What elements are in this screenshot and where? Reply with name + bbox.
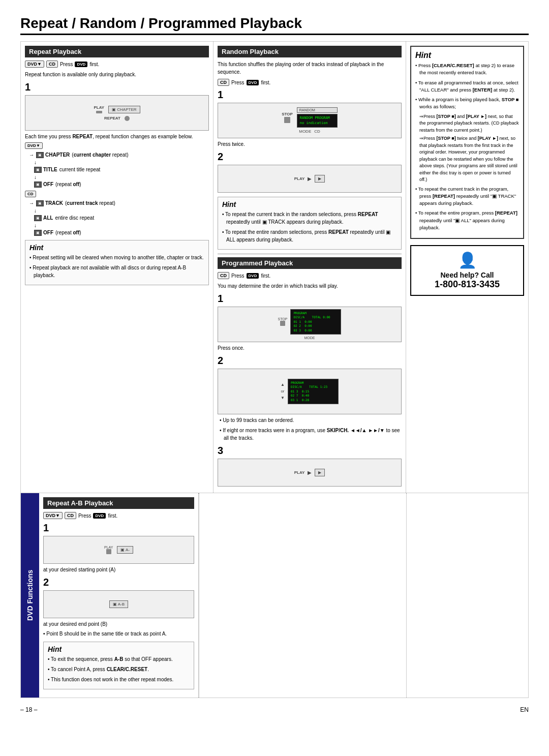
prog-step1-diagram: STOP PROGRAM DISC/A TOTAL 0:00 01 1 0:00… xyxy=(218,307,402,342)
right-hint2: To erase all programmed tracks at once, … xyxy=(415,79,519,94)
prog-press-once: Press once. xyxy=(218,344,402,352)
bottom-mid-fill xyxy=(199,493,406,698)
random-step1: 1 xyxy=(218,89,402,101)
right-hint3b: ⇒Press [STOP ■] twice and [PLAY ►] next,… xyxy=(415,135,519,184)
repeat-ab-device-row: DVD▼ CD Press DVD first. xyxy=(43,512,194,519)
prog-bullets: Up to 99 tracks can be ordered. If eight… xyxy=(218,416,402,442)
bottom-section: DVD Functions Repeat A-B Playback DVD▼ C… xyxy=(20,493,529,698)
need-help-title: Need help? Call xyxy=(416,271,518,279)
ab-note1: • Point B should be in the same title or… xyxy=(43,630,194,638)
repeat-instruction1: Repeat function is available only during… xyxy=(25,71,209,78)
title-label: TITLE xyxy=(43,167,57,172)
repeat-ab-column: Repeat A-B Playback DVD▼ CD Press DVD fi… xyxy=(39,493,199,698)
dvdv-icon-ab: DVD▼ xyxy=(43,512,63,519)
dvdw-icon-small: DVD▼ xyxy=(25,142,43,149)
random-hint-box: Hint To repeat the current track in the … xyxy=(218,197,402,250)
prog-step3: 3 xyxy=(218,445,402,457)
phone-number: 1-800-813-3435 xyxy=(416,279,518,290)
random-programmed-column: Random Playback This function shuffles t… xyxy=(214,42,406,493)
ab-hint2: To cancel Point A, press CLEAR/C.RESET. xyxy=(48,666,190,673)
prog-bullet2: If eight or more tracks were in a progra… xyxy=(220,427,402,442)
repeat-step1-diagram: PLAY ▣ CHAPTER REPEAT xyxy=(25,95,209,131)
prog-first-label: first. xyxy=(261,273,270,279)
repeat-playback-column: Repeat Playback DVD▼ CD Press DVD first.… xyxy=(21,42,214,493)
programmed-device-row: CD Press DVD first. xyxy=(218,272,402,279)
repeat-hint-title: Hint xyxy=(29,244,204,252)
right-column: Hint Press [CLEAR/C.RESET] at step 2) to… xyxy=(406,42,528,493)
repeat-ab-header: Repeat A-B Playback xyxy=(43,497,194,509)
random-step2-diagram: PLAY ▶ ▶ xyxy=(218,165,402,193)
right-hint-content: Press [CLEAR/C.RESET] at step 2) to eras… xyxy=(415,62,519,231)
ab-hint3: This function does not work in the other… xyxy=(48,676,190,683)
random-step1-diagram: STOP RANDOM RANDOM PROGRAMno indication … xyxy=(218,103,402,138)
random-hint1: To repeat the current track in the rando… xyxy=(222,210,397,226)
random-hint-text: To repeat the current track in the rando… xyxy=(222,210,397,244)
off-label1: OFF xyxy=(43,182,53,187)
repeat-playback-header: Repeat Playback xyxy=(25,46,209,57)
cd-icon-small: CD xyxy=(25,191,36,197)
dvd-badge-random: DVD xyxy=(247,80,259,85)
prog-press-label: Press xyxy=(231,273,245,279)
ab-step2: 2 xyxy=(43,577,194,588)
repeat-device-row: DVD▼ CD Press DVD first. xyxy=(25,61,209,68)
dvdv-icon: DVD▼ xyxy=(25,61,44,68)
ab-first-label: first. xyxy=(108,513,117,519)
repeat-hint-box: Hint Repeat setting will be cleared when… xyxy=(25,240,209,285)
cd-icon: CD xyxy=(46,61,58,68)
off-desc2: (repeat off) xyxy=(55,230,81,235)
title-desc: current title repeat xyxy=(59,167,101,172)
press-twice: Press twice. xyxy=(218,140,402,148)
off-badge2: ▣ xyxy=(34,230,42,236)
track-badge: ▣ xyxy=(36,200,44,206)
cd-icon-random: CD xyxy=(218,79,229,86)
right-hint5: To repeat the entire program, press [REP… xyxy=(415,209,519,231)
prog-bullet1: Up to 99 tracks can be ordered. xyxy=(220,416,402,424)
repeat-step1: 1 xyxy=(25,81,209,93)
dvd-badge-ab: DVD xyxy=(93,513,106,519)
random-description: This function shuffles the playing order… xyxy=(218,61,402,76)
programmed-description: You may determine the order in which tra… xyxy=(218,282,402,290)
ab-step2-diagram: ▣ A-B xyxy=(43,590,194,618)
off-badge1: ▣ xyxy=(34,182,42,188)
prog-step1: 1 xyxy=(218,293,402,305)
ab-step2-label: at your desired end point (B) xyxy=(43,620,194,628)
right-hint1: Press [CLEAR/C.RESET] at step 2) to eras… xyxy=(415,62,519,77)
chapter-badge: ▣ xyxy=(36,152,44,158)
ab-step1: 1 xyxy=(43,522,194,534)
press-label1: Press xyxy=(60,62,73,67)
title-badge: ▣ xyxy=(34,167,42,173)
off-desc1: (repeat off) xyxy=(55,182,81,187)
random-first-label: first. xyxy=(261,80,270,85)
page-number: – 18 – xyxy=(20,706,37,713)
dvd-badge1: DVD xyxy=(75,62,87,67)
dvd-badge-prog: DVD xyxy=(247,273,259,279)
track-desc: (current track repeat) xyxy=(65,200,115,206)
random-hint2: To repeat the entire random selections, … xyxy=(222,228,397,244)
cd-icon-ab: CD xyxy=(65,512,76,519)
ab-hint-box: Hint To exit the sequence, press A-B so … xyxy=(43,642,194,689)
footer: – 18 – EN xyxy=(20,704,529,715)
repeat-ab-section: Repeat A-B Playback DVD▼ CD Press DVD fi… xyxy=(39,493,198,698)
first-label1: first. xyxy=(89,62,99,67)
random-device-row: CD Press DVD first. xyxy=(218,79,402,86)
ab-hint-text: To exit the sequence, press A-B so that … xyxy=(48,655,190,683)
dvd-functions-label: DVD Functions xyxy=(21,493,39,698)
programmed-playback-header: Programmed Playback xyxy=(218,257,402,269)
right-hint3a: ⇒Press [STOP ■] and [PLAY ►] next, so th… xyxy=(415,113,519,134)
bottom-right-fill xyxy=(406,493,528,698)
off-label2: OFF xyxy=(43,230,53,235)
random-step2: 2 xyxy=(218,151,402,163)
track-label: TRACK xyxy=(45,200,63,206)
ab-hint-title: Hint xyxy=(48,645,190,653)
chapter-desc: (current chapter repeat) xyxy=(72,152,128,158)
all-desc: entire disc repeat xyxy=(55,215,94,221)
right-hint4: To repeat the current track in the progr… xyxy=(415,186,519,207)
all-badge: ▣ xyxy=(34,215,42,221)
repeat-options-dvd: → ▣ CHAPTER (current chapter repeat) ↓ ▣… xyxy=(29,152,209,188)
ab-hint1: To exit the sequence, press A-B so that … xyxy=(48,655,190,663)
random-press-label: Press xyxy=(231,80,245,85)
prog-step2-diagram: ▲ or ▼ PROGRAM DISC/A TOTAL 1:23 01 3 0:… xyxy=(218,369,402,414)
right-hint3: While a program is being played back, ST… xyxy=(415,96,519,111)
ab-press-label: Press xyxy=(78,513,92,519)
page-wrapper: Repeat / Random / Programmed Playback Re… xyxy=(20,15,529,715)
